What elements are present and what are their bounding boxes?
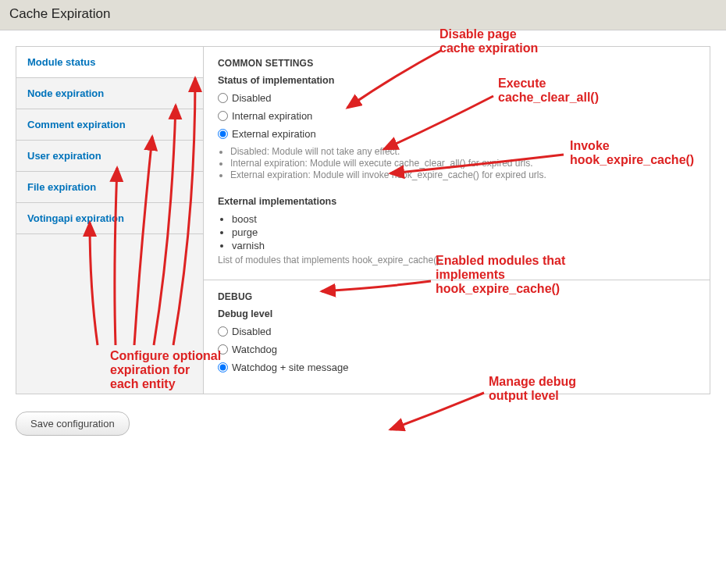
radio-debug-watchdog[interactable]: Watchdog <box>218 344 696 355</box>
radio-external[interactable]: External expiration <box>218 128 696 140</box>
radio-debug-watchdog-site-label: Watchdog + site message <box>232 362 348 373</box>
radio-internal[interactable]: Internal expiration <box>218 110 696 122</box>
external-list: boost purge varnish <box>232 213 696 251</box>
common-settings-fieldset: COMMON SETTINGS Status of implementation… <box>204 47 710 280</box>
debug-fieldset: DEBUG Debug level Disabled Watchdog Watc… <box>204 280 710 394</box>
status-descriptions: Disabled: Module will not take any effec… <box>218 146 696 180</box>
window-title: Cache Expiration <box>0 0 726 30</box>
radio-external-input[interactable] <box>218 129 228 139</box>
external-desc: List of modules that implements hook_exp… <box>218 255 696 265</box>
radio-disabled-input[interactable] <box>218 93 228 103</box>
radio-debug-disabled[interactable]: Disabled <box>218 326 696 337</box>
common-legend: COMMON SETTINGS <box>218 58 696 69</box>
radio-debug-disabled-label: Disabled <box>232 326 272 337</box>
radio-disabled-label: Disabled <box>232 92 272 104</box>
debug-heading: Debug level <box>218 308 696 319</box>
desc-item: Internal expiration: Module will execute… <box>230 158 696 169</box>
sidebar-item-module-status[interactable]: Module status <box>16 47 203 78</box>
sidebar-item-node-expiration[interactable]: Node expiration <box>16 78 203 109</box>
sidebar-item-file-expiration[interactable]: File expiration <box>16 172 203 203</box>
external-heading: External implementations <box>218 196 696 207</box>
radio-debug-watchdog-site-input[interactable] <box>218 362 228 372</box>
radio-debug-watchdog-site[interactable]: Watchdog + site message <box>218 362 696 373</box>
sidebar-item-comment-expiration[interactable]: Comment expiration <box>16 109 203 141</box>
sidebar-item-votingapi-expiration[interactable]: Votingapi expiration <box>16 203 203 234</box>
ext-item: purge <box>232 226 696 238</box>
status-heading: Status of implementation <box>218 75 696 86</box>
radio-debug-watchdog-input[interactable] <box>218 344 228 355</box>
radio-debug-disabled-input[interactable] <box>218 326 228 337</box>
radio-external-label: External expiration <box>232 128 316 140</box>
save-configuration-button[interactable]: Save configuration <box>16 412 130 436</box>
radio-internal-label: Internal expiration <box>232 110 312 122</box>
desc-item: Disabled: Module will not take any effec… <box>230 146 696 157</box>
content-pane: COMMON SETTINGS Status of implementation… <box>204 47 710 394</box>
debug-legend: DEBUG <box>218 291 696 302</box>
page-body: Module status Node expiration Comment ex… <box>0 30 726 451</box>
radio-disabled[interactable]: Disabled <box>218 92 696 104</box>
ext-item: varnish <box>232 240 696 251</box>
sidebar-item-user-expiration[interactable]: User expiration <box>16 141 203 172</box>
vertical-tabs: Module status Node expiration Comment ex… <box>16 46 710 394</box>
sidebar: Module status Node expiration Comment ex… <box>16 47 204 394</box>
desc-item: External expiration: Module will invoke … <box>230 169 696 180</box>
ext-item: boost <box>232 213 696 225</box>
radio-internal-input[interactable] <box>218 111 228 121</box>
radio-debug-watchdog-label: Watchdog <box>232 344 277 355</box>
